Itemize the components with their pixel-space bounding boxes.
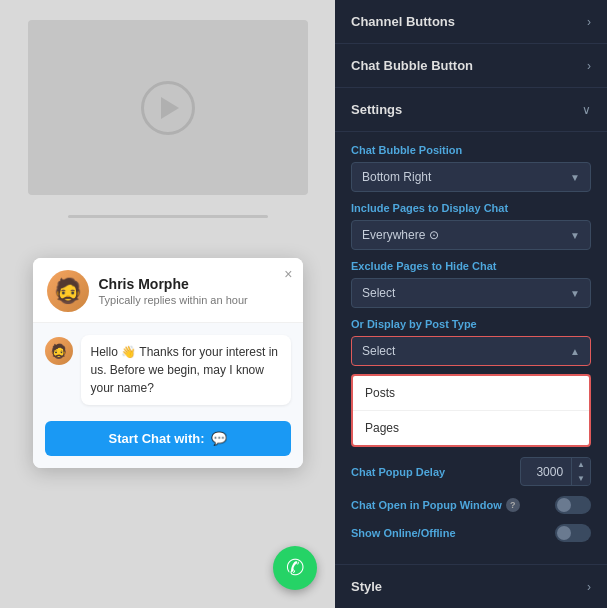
include-pages-value: Everywhere ⊙: [362, 228, 439, 242]
option-posts[interactable]: Posts: [353, 376, 589, 411]
left-panel: 🧔 Chris Morphe Typically replies within …: [0, 0, 335, 608]
info-icon[interactable]: ?: [506, 498, 520, 512]
chat-bubble-position-label: Chat Bubble Position: [351, 144, 591, 156]
right-panel: Channel Buttons › Chat Bubble Button › S…: [335, 0, 607, 608]
style-title: Style: [351, 579, 382, 594]
chat-footer: Start Chat with: 💬: [33, 411, 303, 468]
chat-bubble-button-header[interactable]: Chat Bubble Button ›: [335, 44, 607, 88]
start-chat-button[interactable]: Start Chat with: 💬: [45, 421, 291, 456]
play-icon: [161, 97, 179, 119]
play-button[interactable]: [141, 81, 195, 135]
chat-open-popup-label: Chat Open in Popup Window ?: [351, 498, 520, 512]
chat-bubble-button-title: Chat Bubble Button: [351, 58, 473, 73]
chat-bubble: Hello 👋 Thanks for your interest in us. …: [81, 335, 291, 405]
whatsapp-icon: ✆: [286, 555, 304, 581]
chat-bubble-position-value: Bottom Right: [362, 170, 431, 184]
option-pages[interactable]: Pages: [353, 411, 589, 445]
include-pages-select[interactable]: Everywhere ⊙ ▼: [351, 220, 591, 250]
display-post-type-select[interactable]: Select ▲: [351, 336, 591, 366]
start-chat-label: Start Chat with:: [108, 431, 204, 446]
close-button[interactable]: ×: [284, 266, 292, 282]
chat-bubble-position-select[interactable]: Bottom Right ▼: [351, 162, 591, 192]
chat-open-popup-field: Chat Open in Popup Window ?: [351, 496, 591, 514]
agent-name: Chris Morphe: [99, 276, 289, 292]
style-chevron: ›: [587, 580, 591, 594]
chat-popup-delay-label: Chat Popup Delay: [351, 466, 445, 478]
chat-popup-delay-field: Chat Popup Delay ▲ ▼: [351, 457, 591, 486]
include-pages-label: Include Pages to Display Chat: [351, 202, 591, 214]
chat-header-info: Chris Morphe Typically replies within an…: [99, 276, 289, 306]
chat-bubble-position-chevron: ▼: [570, 172, 580, 183]
display-post-type-value: Select: [362, 344, 395, 358]
chat-popup-delay-input[interactable]: [521, 460, 571, 484]
style-header[interactable]: Style ›: [335, 565, 607, 608]
whatsapp-icon-inline: 💬: [211, 431, 227, 446]
display-post-type-chevron: ▲: [570, 346, 580, 357]
settings-content: Chat Bubble Position Bottom Right ▼ Incl…: [335, 132, 607, 565]
chat-widget: 🧔 Chris Morphe Typically replies within …: [33, 258, 303, 468]
exclude-pages-select[interactable]: Select ▼: [351, 278, 591, 308]
show-online-offline-field: Show Online/Offline: [351, 524, 591, 542]
agent-status: Typically replies within an hour: [99, 294, 289, 306]
chat-bubble-button-chevron: ›: [587, 59, 591, 73]
chat-body: 🧔 Hello 👋 Thanks for your interest in us…: [33, 323, 303, 411]
channel-buttons-header[interactable]: Channel Buttons ›: [335, 0, 607, 44]
avatar-image: 🧔: [53, 279, 83, 303]
video-placeholder: [28, 20, 308, 195]
increment-button[interactable]: ▲: [572, 458, 590, 472]
exclude-pages-label: Exclude Pages to Hide Chat: [351, 260, 591, 272]
settings-header[interactable]: Settings ∨: [335, 88, 607, 132]
channel-buttons-title: Channel Buttons: [351, 14, 455, 29]
display-post-type-dropdown: Posts Pages: [351, 374, 591, 447]
divider: [68, 215, 268, 218]
chat-open-popup-toggle[interactable]: [555, 496, 591, 514]
chat-popup-delay-stepper: ▲ ▼: [571, 458, 590, 485]
chat-popup-delay-input-group: ▲ ▼: [520, 457, 591, 486]
show-online-offline-toggle[interactable]: [555, 524, 591, 542]
settings-chevron: ∨: [582, 103, 591, 117]
toggle-knob-2: [557, 526, 571, 540]
channel-buttons-chevron: ›: [587, 15, 591, 29]
whatsapp-float-button[interactable]: ✆: [273, 546, 317, 590]
settings-title: Settings: [351, 102, 402, 117]
show-online-offline-label: Show Online/Offline: [351, 527, 456, 539]
decrement-button[interactable]: ▼: [572, 472, 590, 486]
chat-header: 🧔 Chris Morphe Typically replies within …: [33, 258, 303, 323]
include-pages-chevron: ▼: [570, 230, 580, 241]
message-avatar: 🧔: [45, 337, 73, 365]
exclude-pages-chevron: ▼: [570, 288, 580, 299]
exclude-pages-value: Select: [362, 286, 395, 300]
toggle-knob: [557, 498, 571, 512]
display-post-type-label: Or Display by Post Type: [351, 318, 591, 330]
avatar: 🧔: [47, 270, 89, 312]
